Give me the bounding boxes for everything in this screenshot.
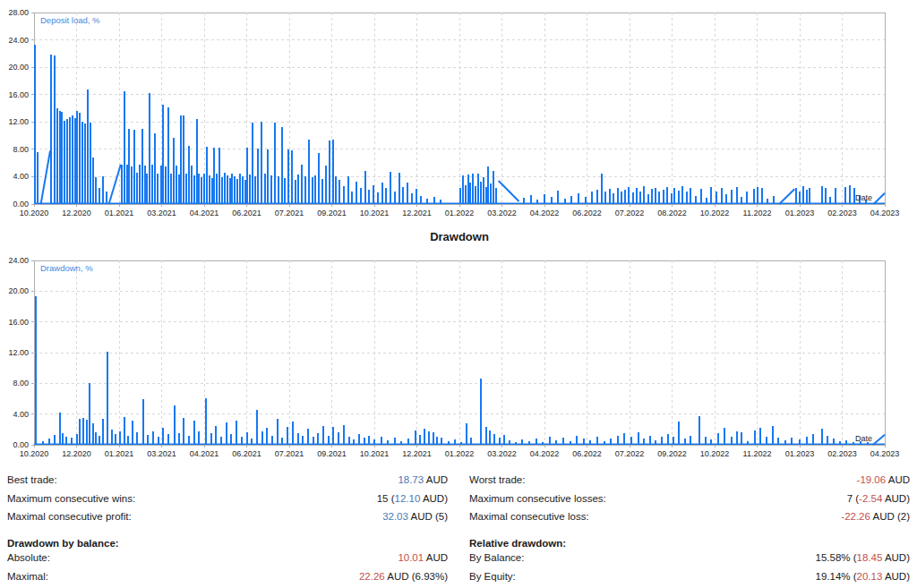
stat-row: Maximal consecutive profit:32.03 AUD (5) (7, 511, 448, 530)
y-tick-label: 16.00 (8, 90, 29, 99)
stat-row: By Balance:15.58% (18.45 AUD) (469, 552, 910, 571)
stat-label: Maximal consecutive loss: (469, 511, 589, 522)
y-tick-label: 12.00 (8, 348, 29, 357)
x-tick-label: 01.2023 (785, 449, 815, 458)
y-tick-label: 20.00 (8, 286, 29, 295)
y-tick-label: 4.00 (13, 172, 29, 181)
stat-value-part: AUD (6.93%) (385, 571, 448, 582)
x-tick-label: 02.2023 (827, 449, 857, 458)
y-tick-label: 24.00 (8, 256, 29, 265)
y-tick-label: 20.00 (8, 63, 29, 72)
stat-label: By Balance: (469, 552, 524, 563)
stats-column-right: Worst trade:-19.06 AUDMaximum consecutiv… (469, 474, 910, 588)
x-tick-label: 12.2021 (402, 209, 432, 217)
stat-value-part: -22.26 (841, 511, 870, 522)
stat-value: 19.14% (20.13 AUD) (816, 571, 910, 582)
stat-value-part: AUD (424, 552, 448, 563)
x-tick-label: 10.2021 (360, 449, 390, 458)
stat-label: Maximal consecutive profit: (7, 511, 132, 522)
stat-value: 15 (12.10 AUD) (377, 493, 448, 504)
x-tick-label: 07.2021 (275, 209, 304, 217)
x-tick-label: 12.2020 (62, 449, 91, 458)
x-tick-label: 07.2022 (615, 209, 645, 217)
stat-value-part: 10.01 (398, 552, 424, 563)
x-tick-label: 06.2022 (572, 209, 602, 217)
stat-value-part: 18.73 (398, 474, 424, 485)
stats-section-header: Drawdown by balance: (7, 534, 448, 553)
stat-value-part: 19.14% ( (816, 571, 857, 582)
stat-value-part: AUD) (882, 552, 910, 563)
stat-value: 7 (-2.54 AUD) (847, 493, 910, 504)
x-tick-label: 09.2021 (317, 209, 347, 217)
x-tick-label: 12.2021 (402, 449, 432, 458)
stat-label: Worst trade: (469, 474, 525, 485)
x-tick-label: 12.2020 (62, 209, 91, 217)
x-tick-label: 10.2020 (20, 449, 49, 458)
stat-value-part: 32.03 (382, 511, 408, 522)
stat-value: 18.73 AUD (398, 474, 448, 485)
stat-row: Maximal:22.26 AUD (6.93%) (7, 571, 448, 588)
stat-value: -19.06 AUD (857, 474, 910, 485)
y-tick-label: 8.00 (13, 379, 29, 388)
stat-value-part: 15.58% ( (816, 552, 857, 563)
date-axis-label: Date (855, 434, 872, 443)
x-tick-label: 08.2022 (657, 209, 687, 217)
stat-value: 15.58% (18.45 AUD) (816, 552, 910, 563)
y-tick-label: 28.00 (8, 8, 29, 17)
y-tick-label: 8.00 (13, 145, 29, 154)
x-tick-label: 10.2022 (700, 449, 730, 458)
stat-row: Best trade:18.73 AUD (7, 474, 448, 493)
stat-value-part: AUD (886, 474, 910, 485)
y-tick-label: 12.00 (8, 117, 29, 126)
stat-label: Maximum consecutive losses: (469, 493, 606, 504)
x-tick-label: 04.2021 (190, 449, 219, 458)
x-tick-label: 04.2022 (530, 209, 560, 217)
x-tick-label: 04.2023 (870, 449, 900, 458)
x-tick-label: 10.2021 (360, 209, 390, 217)
stat-value: 32.03 AUD (5) (382, 511, 448, 522)
stat-label: Absolute: (7, 552, 50, 563)
stats-table: Best trade:18.73 AUDMaximum consecutive … (7, 474, 910, 588)
x-tick-label: 07.2022 (615, 449, 645, 458)
x-tick-label: 10.2020 (20, 209, 49, 217)
x-tick-label: 02.2023 (827, 209, 857, 217)
stat-value-part: AUD) (420, 493, 448, 504)
y-tick-label: 0.00 (13, 200, 29, 209)
stat-value: 10.01 AUD (398, 552, 448, 563)
stat-value-part: AUD (2) (870, 511, 910, 522)
stat-row: Maximum consecutive losses:7 (-2.54 AUD) (469, 493, 910, 512)
x-tick-label: 01.2021 (105, 209, 134, 217)
x-tick-label: 01.2022 (445, 209, 475, 217)
x-tick-label: 06.2021 (232, 209, 261, 217)
stats-column-left: Best trade:18.73 AUDMaximum consecutive … (7, 474, 448, 588)
x-tick-label: 10.2022 (700, 209, 730, 217)
x-tick-label: 11.2022 (743, 209, 772, 217)
backtest-report-page: 28.0024.0020.0016.0012.008.004.000.0010.… (0, 0, 917, 588)
stat-row: By Equity:19.14% (20.13 AUD) (469, 571, 910, 588)
series-legend-label: Deposit load, % (40, 15, 100, 25)
x-tick-label: 01.2021 (105, 449, 134, 458)
x-tick-label: 06.2022 (572, 449, 602, 458)
stat-value: 22.26 AUD (6.93%) (359, 571, 448, 582)
stat-row: Worst trade:-19.06 AUD (469, 474, 910, 493)
x-tick-label: 04.2023 (870, 209, 900, 217)
stat-row: Maximum consecutive wins:15 (12.10 AUD) (7, 493, 448, 512)
stat-label: Best trade: (7, 474, 57, 485)
x-tick-label: 07.2021 (275, 449, 304, 458)
stat-value: -22.26 AUD (2) (841, 511, 910, 522)
date-axis-label: Date (855, 193, 872, 202)
stat-row: Absolute:10.01 AUD (7, 552, 448, 571)
x-tick-label: 03.2021 (147, 209, 176, 217)
stat-label: Maximum consecutive wins: (7, 493, 135, 504)
drawdown-chart: 24.0020.0016.0012.008.004.000.0010.20201… (0, 254, 917, 469)
x-tick-label: 03.2022 (487, 209, 517, 217)
stat-label: Maximal: (7, 571, 48, 582)
stat-label: By Equity: (469, 571, 516, 582)
stat-row: Maximal consecutive loss:-22.26 AUD (2) (469, 511, 910, 530)
stat-value-part: 18.45 (857, 552, 883, 563)
x-tick-label: 09.2022 (657, 449, 687, 458)
stat-value-part: AUD) (882, 493, 910, 504)
x-tick-label: 03.2022 (487, 449, 517, 458)
stat-value-part: AUD (5) (408, 511, 448, 522)
stat-value-part: 12.10 (395, 493, 421, 504)
